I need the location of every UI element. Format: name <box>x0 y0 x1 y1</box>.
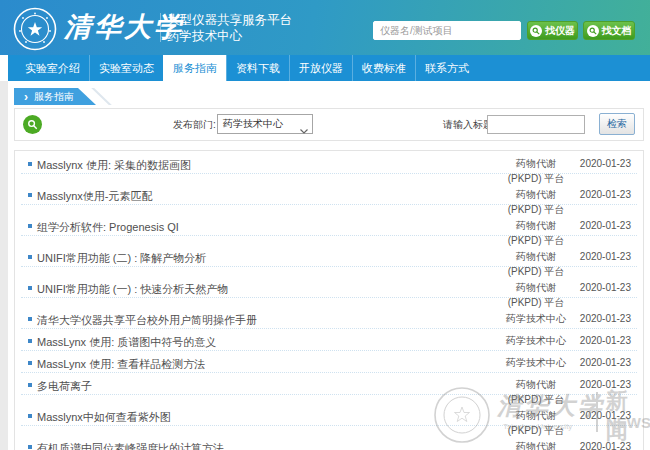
department-label: 发布部门: <box>173 109 216 140</box>
department: 药物代谢 <box>476 153 596 174</box>
publish-date: 2020-01-23 <box>580 184 631 205</box>
find-instrument-label: 找仪器 <box>545 24 575 38</box>
bullet-icon <box>28 224 32 228</box>
list-item[interactable]: UNIFI常用功能 (二) : 降解产物分析 药物代谢 2020-01-23 (… <box>15 246 643 277</box>
bullet-icon <box>28 317 32 321</box>
breadcrumb-label: 服务指南 <box>34 91 74 102</box>
nav-tab-service-guide[interactable]: 服务指南 <box>163 55 226 81</box>
search-icon <box>587 25 599 37</box>
department: 药学技术中心 <box>476 330 596 351</box>
department: 药物代谢 <box>476 405 596 426</box>
publish-date: 2020-01-23 <box>580 352 631 373</box>
main-nav: 实验室介绍 实验室动态 服务指南 资料下载 开放仪器 收费标准 联系方式 <box>8 55 650 81</box>
instrument-search-input[interactable] <box>373 21 521 40</box>
publish-date: 2020-01-23 <box>580 246 631 267</box>
bullet-icon <box>28 255 32 259</box>
list-item[interactable]: MassLynx 使用: 质谱图中符号的意义 药学技术中心 2020-01-23 <box>15 330 643 352</box>
document-title[interactable]: 有机质谱中同位素峰强度比的计算方法 <box>37 442 224 450</box>
list-item[interactable]: Masslynx中如何查看紫外图 药物代谢 2020-01-23 (PKPD) … <box>15 405 643 436</box>
nav-tab-contact[interactable]: 联系方式 <box>415 55 478 81</box>
department: 药物代谢 <box>476 246 596 267</box>
list-item[interactable]: 有机质谱中同位素峰强度比的计算方法 药物代谢 2020-01-23 (PKPD)… <box>15 436 643 450</box>
bullet-icon <box>28 193 32 197</box>
page: 清华大学 大型仪器共享服务平台 药学技术中心 找仪器 找文档 实验室介绍 实验室… <box>0 0 650 450</box>
bullet-icon <box>28 383 32 387</box>
find-instrument-button[interactable]: 找仪器 <box>527 21 578 40</box>
nav-tab-lab-intro[interactable]: 实验室介绍 <box>16 55 89 81</box>
publish-date: 2020-01-23 <box>580 374 631 395</box>
document-title[interactable]: MassLynx 使用: 查看样品检测方法 <box>37 358 205 370</box>
platform-title: 大型仪器共享服务平台 药学技术中心 <box>167 12 292 44</box>
department: 药学技术中心 <box>476 308 596 329</box>
document-title[interactable]: UNIFI常用功能 (二) : 降解产物分析 <box>37 252 206 264</box>
document-title[interactable]: 多电荷离子 <box>37 380 92 392</box>
department: 药物代谢 <box>476 184 596 205</box>
nav-tab-open-instruments[interactable]: 开放仪器 <box>289 55 352 81</box>
title-search-input[interactable] <box>487 115 585 134</box>
breadcrumb-decoration <box>91 88 112 105</box>
list-item[interactable]: 清华大学仪器共享平台校外用户简明操作手册 药学技术中心 2020-01-23 <box>15 308 643 330</box>
publish-date: 2020-01-23 <box>580 330 631 351</box>
list-item[interactable]: MassLynx 使用: 查看样品检测方法 药学技术中心 2020-01-23 <box>15 352 643 374</box>
document-title[interactable]: 清华大学仪器共享平台校外用户简明操作手册 <box>37 314 257 326</box>
chevron-down-icon <box>300 122 308 140</box>
list-item[interactable]: Masslynx 使用: 采集的数据画图 药物代谢 2020-01-23 (PK… <box>15 153 643 184</box>
publish-date: 2020-01-23 <box>580 405 631 426</box>
left-gutter <box>0 81 8 450</box>
header-divider <box>160 13 161 42</box>
bullet-icon <box>28 162 32 166</box>
bullet-icon <box>28 414 32 418</box>
list-item[interactable]: 组学分析软件: Progenesis QI 药物代谢 2020-01-23 (P… <box>15 215 643 246</box>
nav-tab-lab-news[interactable]: 实验室动态 <box>89 55 163 81</box>
search-icon <box>23 115 42 134</box>
list-item[interactable]: 多电荷离子 药物代谢 2020-01-23 (PKPD) 平台 <box>15 374 643 405</box>
document-title[interactable]: 组学分析软件: Progenesis QI <box>37 221 179 233</box>
department-select-value: 药学技术中心 <box>223 118 283 129</box>
filter-panel: 发布部门: 药学技术中心 请输入标题: 检索 <box>14 108 644 141</box>
retrieve-button[interactable]: 检索 <box>599 113 635 135</box>
bullet-icon <box>28 286 32 290</box>
search-icon <box>530 25 542 37</box>
department: 药物代谢 <box>476 374 596 395</box>
university-name: 清华大学 <box>64 9 184 45</box>
document-title[interactable]: Masslynx 使用: 采集的数据画图 <box>37 159 191 171</box>
department-select[interactable]: 药学技术中心 <box>217 114 313 134</box>
platform-line1: 大型仪器共享服务平台 <box>167 12 292 28</box>
tsinghua-seal-icon <box>13 7 57 51</box>
find-document-label: 找文档 <box>602 24 632 38</box>
department: 药物代谢 <box>476 215 596 236</box>
publish-date: 2020-01-23 <box>580 277 631 298</box>
find-document-button[interactable]: 找文档 <box>583 21 635 40</box>
publish-date: 2020-01-23 <box>580 436 631 450</box>
nav-tab-downloads[interactable]: 资料下载 <box>226 55 289 81</box>
department: 药学技术中心 <box>476 352 596 373</box>
list-item[interactable]: UNIFI常用功能 (一) : 快速分析天然产物 药物代谢 2020-01-23… <box>15 277 643 308</box>
publish-date: 2020-01-23 <box>580 308 631 329</box>
bullet-icon <box>28 361 32 365</box>
publish-date: 2020-01-23 <box>580 215 631 236</box>
breadcrumb[interactable]: ›服务指南 <box>14 88 96 105</box>
document-title[interactable]: MassLynx 使用: 质谱图中符号的意义 <box>37 336 216 348</box>
document-list: Masslynx 使用: 采集的数据画图 药物代谢 2020-01-23 (PK… <box>14 150 644 450</box>
list-item[interactable]: Masslynx使用-元素匹配 药物代谢 2020-01-23 (PKPD) 平… <box>15 184 643 215</box>
platform-line2: 药学技术中心 <box>167 28 292 44</box>
bullet-icon <box>28 339 32 343</box>
document-title[interactable]: UNIFI常用功能 (一) : 快速分析天然产物 <box>37 283 228 295</box>
bullet-icon <box>28 445 32 449</box>
breadcrumb-arrow-icon: › <box>24 90 28 104</box>
document-title[interactable]: Masslynx中如何查看紫外图 <box>37 411 171 423</box>
department: 药物代谢 <box>476 436 596 450</box>
nav-tab-fee-standards[interactable]: 收费标准 <box>352 55 415 81</box>
department: 药物代谢 <box>476 277 596 298</box>
site-header: 清华大学 大型仪器共享服务平台 药学技术中心 找仪器 找文档 <box>0 0 650 55</box>
publish-date: 2020-01-23 <box>580 153 631 174</box>
document-title[interactable]: Masslynx使用-元素匹配 <box>37 190 153 202</box>
